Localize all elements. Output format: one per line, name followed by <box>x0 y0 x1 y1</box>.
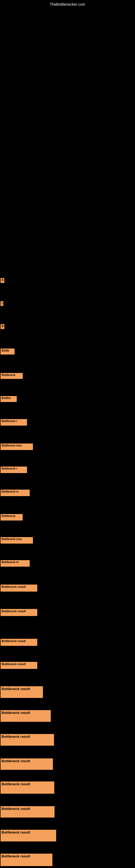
bottleneck-result-label: Bottleneck <box>1 514 23 521</box>
bottleneck-result-label: Bottleneck re <box>1 490 30 496</box>
bottleneck-result-label: Bottleneck result <box>1 662 37 669</box>
bottleneck-result-label: Bottleneck result <box>1 854 52 866</box>
bottleneck-result-label: Bottleneck re <box>1 560 30 567</box>
bottleneck-result-label: Bottlen <box>1 396 17 402</box>
bottleneck-result-label: B <box>1 278 4 283</box>
bottleneck-result-label: Bottleneck resu <box>1 443 33 450</box>
bottleneck-result-label: Bottleneck result <box>1 830 56 841</box>
bottleneck-result-label: Bottleneck result <box>1 686 43 698</box>
bottleneck-result-label: Bottleneck result <box>1 758 53 770</box>
bottleneck-result-label: Bottleneck result <box>1 639 37 646</box>
bottleneck-result-label: Bottleneck resu <box>1 537 33 544</box>
bottleneck-result-label: Bottleneck result <box>1 806 54 817</box>
bottleneck-result-label: Bottleneck result <box>1 781 54 794</box>
bottleneck-result-label: Bottleneck <box>1 373 23 379</box>
bottleneck-result-label: Bottleneck result <box>1 710 51 722</box>
bottleneck-result-label: B <box>1 324 4 329</box>
bottleneck-result-label: Bottleneck result <box>1 734 54 746</box>
site-title: TheBottlenecker.com <box>50 2 85 6</box>
bottleneck-result-label: Bottleneck result <box>1 609 37 616</box>
bottleneck-result-label: Bottleneck r <box>1 419 27 426</box>
bottleneck-result-label: Bottle <box>1 348 14 354</box>
bottleneck-result-label: Bottleneck result <box>1 585 37 592</box>
bottleneck-result-label: Bottleneck r <box>1 467 27 473</box>
bottleneck-result-label: | <box>1 301 3 306</box>
